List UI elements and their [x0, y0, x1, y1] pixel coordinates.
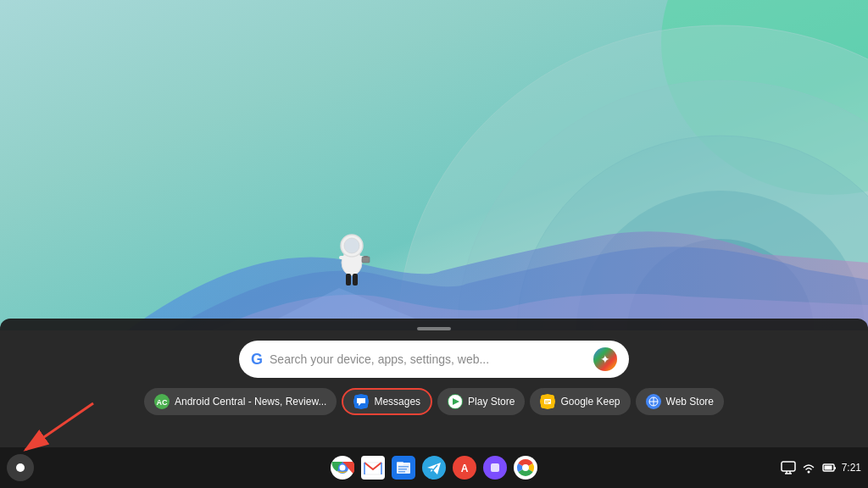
shelf-gmail-icon[interactable] — [359, 454, 387, 481]
recent-app-label-android-central: Android Central - News, Review... — [175, 396, 326, 408]
shelf-left — [7, 454, 34, 481]
screen-tray-icon[interactable] — [781, 460, 796, 475]
launcher-handle[interactable] — [417, 327, 451, 330]
svg-point-47 — [522, 464, 529, 471]
google-logo: G — [251, 351, 263, 369]
svg-text:AC: AC — [156, 398, 167, 407]
svg-rect-37 — [397, 462, 403, 465]
svg-rect-38 — [398, 466, 409, 468]
mic-icon: ✦ — [600, 352, 610, 366]
svg-point-52 — [807, 471, 810, 474]
recent-app-play-store[interactable]: Play Store — [437, 388, 525, 415]
recent-app-icon-google-keep — [540, 394, 555, 409]
shelf-app6-icon[interactable] — [481, 454, 509, 481]
recent-apps-row: ACAndroid Central - News, Review...Messa… — [144, 386, 724, 417]
recent-app-icon-web-store — [646, 394, 661, 409]
shelf: A — [0, 447, 868, 488]
svg-rect-54 — [834, 467, 836, 469]
shelf-files-icon[interactable] — [390, 454, 417, 481]
recent-app-label-messages: Messages — [374, 396, 420, 408]
svg-rect-15 — [362, 257, 370, 263]
shelf-photos-icon[interactable] — [512, 454, 539, 481]
shelf-chrome-icon[interactable] — [329, 454, 356, 481]
recent-app-android-central[interactable]: ACAndroid Central - News, Review... — [144, 388, 337, 415]
clock-display[interactable]: 7:21 — [842, 462, 861, 474]
wallpaper — [0, 0, 868, 330]
recent-app-google-keep[interactable]: Google Keep — [530, 388, 630, 415]
launcher-dot-icon — [16, 463, 25, 472]
svg-rect-39 — [398, 469, 407, 470]
search-bar[interactable]: G Search your device, apps, settings, we… — [239, 341, 629, 378]
recent-app-web-store[interactable]: Web Store — [636, 388, 724, 415]
shelf-telegram-icon[interactable] — [420, 454, 448, 481]
svg-point-10 — [344, 238, 359, 253]
svg-rect-16 — [364, 256, 368, 258]
shelf-right: 7:21 — [781, 460, 861, 475]
svg-rect-45 — [491, 463, 499, 472]
shelf-app5-icon[interactable]: A — [451, 454, 478, 481]
recent-app-icon-messages — [353, 394, 369, 409]
battery-tray-icon[interactable] — [821, 460, 837, 475]
recent-app-label-web-store: Web Store — [666, 396, 714, 408]
recent-app-icon-play-store — [448, 394, 463, 409]
svg-text:A: A — [461, 463, 469, 474]
svg-rect-23 — [545, 401, 550, 402]
recent-app-label-play-store: Play Store — [468, 396, 515, 408]
svg-rect-12 — [353, 274, 358, 286]
svg-rect-48 — [782, 462, 795, 471]
search-placeholder: Search your device, apps, settings, web.… — [270, 352, 587, 366]
recent-app-label-google-keep: Google Keep — [560, 396, 620, 408]
svg-rect-13 — [339, 256, 346, 259]
svg-rect-11 — [346, 274, 351, 286]
launcher-button[interactable] — [7, 454, 34, 481]
svg-rect-40 — [398, 471, 405, 473]
recent-app-icon-android-central: AC — [154, 394, 170, 409]
google-assistant-button[interactable]: ✦ — [593, 347, 617, 371]
wifi-tray-icon[interactable] — [801, 460, 816, 475]
svg-rect-24 — [545, 402, 548, 403]
svg-rect-55 — [824, 466, 832, 470]
recent-app-messages[interactable]: Messages — [342, 388, 432, 415]
svg-point-32 — [340, 465, 346, 471]
shelf-center: A — [329, 454, 539, 481]
